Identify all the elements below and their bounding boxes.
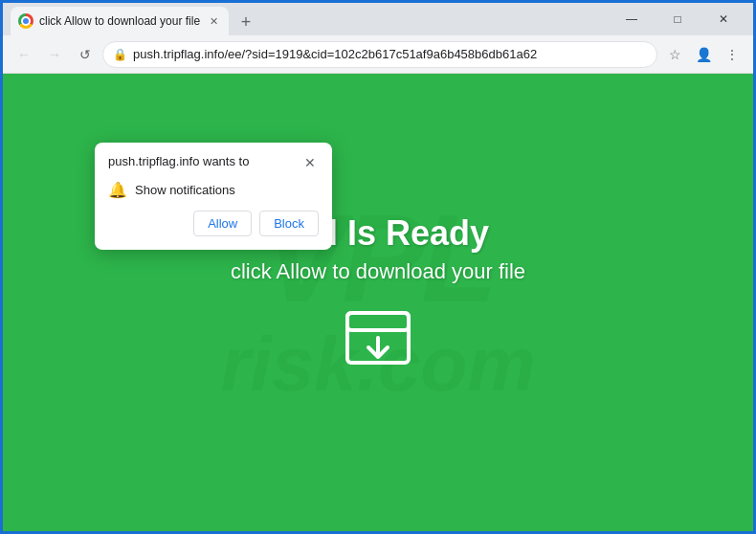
lock-icon: 🔒	[113, 48, 127, 61]
popup-site-name: push.tripflag.info wants to	[108, 154, 249, 168]
tab-title: click Allow to download your file	[39, 14, 200, 28]
notification-popup: push.tripflag.info wants to ✕ 🔔 Show not…	[95, 143, 332, 250]
tab-favicon	[18, 13, 33, 29]
maximize-button[interactable]: □	[656, 3, 700, 35]
popup-buttons: Allow Block	[108, 211, 319, 236]
permission-row: 🔔 Show notifications	[108, 181, 319, 199]
window-controls: — □ ✕	[610, 3, 753, 35]
bell-icon: 🔔	[108, 181, 127, 199]
minimize-button[interactable]: —	[610, 3, 654, 35]
active-tab[interactable]: click Allow to download your file ✕	[11, 7, 229, 35]
url-bar[interactable]: 🔒 push.tripflag.info/ee/?sid=1919&cid=10…	[102, 41, 657, 68]
url-text: push.tripflag.info/ee/?sid=1919&cid=102c…	[133, 47, 647, 61]
tab-close-button[interactable]: ✕	[206, 13, 221, 29]
close-button[interactable]: ✕	[701, 3, 745, 35]
toolbar-icons: ☆ 👤 ⋮	[661, 41, 745, 68]
block-button[interactable]: Block	[259, 211, 319, 236]
popup-header: push.tripflag.info wants to ✕	[108, 154, 319, 171]
download-icon	[340, 300, 416, 376]
title-bar: click Allow to download your file ✕ + — …	[3, 3, 753, 35]
profile-icon[interactable]: 👤	[690, 41, 717, 68]
menu-icon[interactable]: ⋮	[719, 41, 745, 68]
bookmark-icon[interactable]: ☆	[661, 41, 688, 68]
browser-window: click Allow to download your file ✕ + — …	[3, 3, 753, 531]
download-svg	[340, 300, 416, 376]
page-content: VPL risk.com load Is Ready click Allow t…	[3, 74, 753, 531]
address-bar: ← → ↺ 🔒 push.tripflag.info/ee/?sid=1919&…	[3, 35, 753, 74]
back-button[interactable]: ←	[11, 41, 37, 68]
reload-button[interactable]: ↺	[72, 41, 99, 68]
new-tab-button[interactable]: +	[233, 9, 259, 35]
svg-rect-1	[347, 313, 409, 330]
tab-strip: click Allow to download your file ✕ +	[11, 3, 610, 35]
permission-text: Show notifications	[135, 183, 235, 197]
popup-close-button[interactable]: ✕	[301, 154, 319, 171]
page-subheading: click Allow to download your file	[231, 259, 525, 284]
forward-button[interactable]: →	[41, 41, 68, 68]
allow-button[interactable]: Allow	[193, 211, 252, 236]
